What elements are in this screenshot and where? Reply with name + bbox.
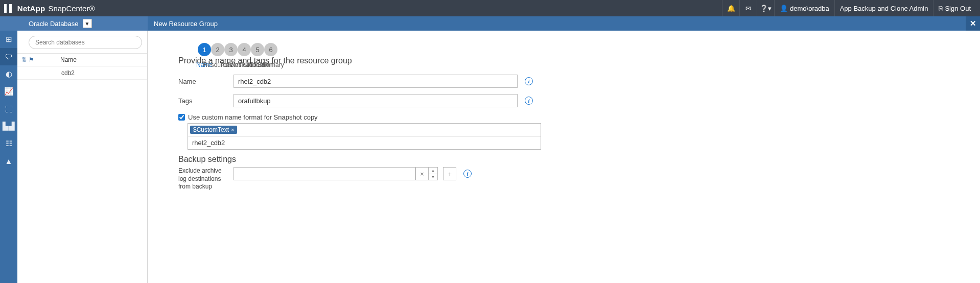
resource-type-label: Oracle Database	[29, 20, 79, 28]
resource-type-dropdown[interactable]: ▼	[83, 19, 92, 28]
user-name: demo\oradba	[790, 5, 829, 12]
step-dot: 1	[198, 43, 211, 56]
messages-button[interactable]: ✉	[739, 0, 757, 16]
user-menu[interactable]: 👤 demo\oradba	[774, 0, 834, 16]
format-token-box[interactable]: $CustomText ×	[188, 123, 541, 136]
list-header: ⇅ ⚑ Name	[17, 53, 147, 66]
rail-hosts[interactable]: ⛶	[0, 100, 17, 117]
backup-settings-title: Backup settings	[178, 155, 960, 164]
brand-vendor: NetApp	[17, 4, 45, 13]
info-icon[interactable]: i	[525, 77, 533, 85]
exclude-spinner: ▲ ▼	[429, 167, 438, 180]
custom-text-field[interactable]: rhel2_cdb2	[188, 136, 541, 150]
role-text: App Backup and Clone Admin	[840, 5, 928, 12]
step-label: Summary	[258, 61, 284, 68]
custom-format-checkbox[interactable]	[178, 114, 185, 121]
rail-alerts[interactable]: ▲	[0, 152, 17, 170]
rail-settings[interactable]: ☷	[0, 135, 17, 152]
step-dot: 5	[251, 43, 264, 56]
exclude-label: Exclude archive log destinations from ba…	[178, 167, 227, 191]
wizard-title: New Resource Group	[154, 20, 218, 28]
rail-monitor[interactable]: ◐	[0, 65, 17, 83]
role-label[interactable]: App Backup and Clone Admin	[834, 0, 934, 16]
mail-icon: ✉	[745, 5, 751, 12]
sign-out-label: Sign Out	[945, 5, 971, 12]
sort-icon[interactable]: ⇅	[21, 56, 27, 63]
bell-icon: 🔔	[727, 5, 735, 12]
section-title: Provide a name and tags for the resource…	[178, 56, 960, 65]
help-button[interactable]: ❔▾	[757, 0, 774, 16]
netapp-logo-icon: ▌▌	[4, 4, 14, 12]
close-icon: ✕	[970, 19, 976, 28]
info-icon[interactable]: i	[463, 170, 472, 178]
stepper: 1 Name 2 Resources 3 Policies 4 Verifica…	[178, 43, 960, 56]
info-icon[interactable]: i	[525, 97, 533, 105]
rail-dashboard[interactable]: ⊞	[0, 31, 17, 48]
spinner-down[interactable]: ▼	[429, 174, 437, 180]
resource-type-selector: Oracle Database ▼	[0, 16, 148, 31]
resource-list-panel: ⇅ ⚑ Name cdb2	[17, 31, 148, 283]
add-exclude-button[interactable]: +	[443, 167, 456, 180]
exclude-select[interactable]	[234, 167, 415, 180]
list-item-label: cdb2	[61, 69, 75, 77]
clear-exclude-button[interactable]: ×	[415, 167, 429, 180]
format-token: $CustomText ×	[190, 126, 237, 134]
custom-format-label: Use custom name format for Snapshot copy	[188, 113, 318, 121]
close-wizard-button[interactable]: ✕	[966, 16, 980, 31]
flag-icon[interactable]: ⚑	[29, 56, 34, 63]
column-header-name[interactable]: Name	[60, 56, 77, 63]
topbar: ▌▌ NetApp SnapCenter® 🔔 ✉ ❔▾ 👤 demo\orad…	[0, 0, 980, 16]
token-text: $CustomText	[193, 126, 229, 133]
rail-resources[interactable]: 🛡	[0, 48, 17, 65]
wizard-title-bar: New Resource Group ✕	[148, 16, 980, 31]
name-field[interactable]	[234, 75, 518, 88]
rail-storage[interactable]: ▙▟	[0, 117, 17, 135]
user-icon: 👤	[780, 5, 788, 12]
tags-field[interactable]	[234, 94, 518, 107]
brand: ▌▌ NetApp SnapCenter®	[4, 4, 95, 13]
tags-label: Tags	[178, 97, 234, 105]
step-dot: 6	[264, 43, 277, 56]
search-input[interactable]	[29, 36, 142, 49]
list-item[interactable]: cdb2	[17, 66, 147, 80]
close-icon: ×	[420, 170, 424, 178]
nav-rail: › ⊞ 🛡 ◐ 📈 ⛶ ▙▟ ☷ ▲	[0, 16, 17, 283]
step-dot: 2	[211, 43, 224, 56]
brand-product: SnapCenter®	[48, 4, 95, 13]
spinner-up[interactable]: ▲	[429, 168, 437, 174]
subheader: Oracle Database ▼ New Resource Group ✕	[0, 16, 980, 31]
wizard-body: 1 Name 2 Resources 3 Policies 4 Verifica…	[148, 31, 980, 283]
remove-token-icon[interactable]: ×	[231, 127, 234, 133]
step-dot: 4	[238, 43, 251, 56]
rail-reports[interactable]: 📈	[0, 83, 17, 100]
help-icon: ❔▾	[760, 5, 772, 12]
step-dot: 3	[224, 43, 238, 56]
name-label: Name	[178, 78, 234, 85]
sign-out-button[interactable]: ⎘ Sign Out	[933, 0, 976, 16]
signout-icon: ⎘	[939, 5, 943, 12]
notifications-button[interactable]: 🔔	[722, 0, 739, 16]
plus-icon: +	[448, 170, 452, 178]
